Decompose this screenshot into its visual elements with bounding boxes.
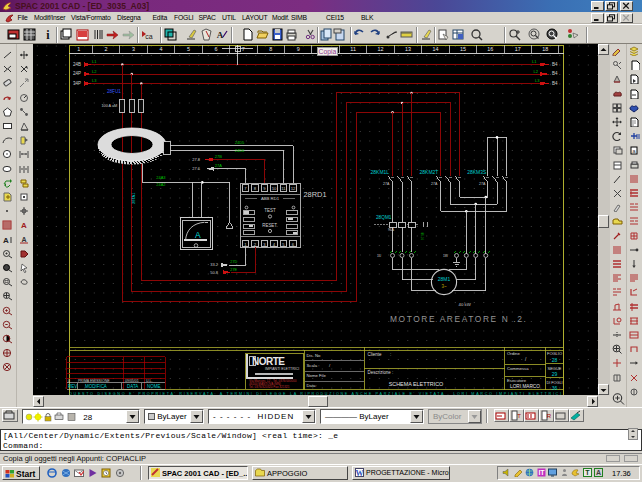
svg-text:L3: L3 <box>92 78 97 83</box>
svg-text:B4: B4 <box>552 81 558 86</box>
svg-text:18: 18 <box>542 46 548 52</box>
svg-text:Ordine: Ordine <box>507 351 520 356</box>
svg-text:Esecutore: Esecutore <box>507 378 527 383</box>
svg-text::: : <box>390 352 391 357</box>
svg-text:96A: 96A <box>388 228 395 232</box>
svg-text:27A: 27A <box>215 163 222 168</box>
svg-text:17: 17 <box>515 46 521 52</box>
svg-text:27A: 27A <box>431 182 438 186</box>
svg-text:13: 13 <box>405 46 411 52</box>
svg-text:14: 14 <box>432 46 438 52</box>
svg-text:11: 11 <box>350 46 356 52</box>
svg-text:A: A <box>596 469 601 476</box>
svg-text:33.2: 33.2 <box>210 262 219 267</box>
svg-text:9: 9 <box>297 46 300 52</box>
svg-text:FOGLIO: FOGLIO <box>547 351 562 356</box>
svg-text:10: 10 <box>272 186 277 191</box>
svg-text:15: 15 <box>460 46 466 52</box>
svg-text:28KM1L: 28KM1L <box>371 170 390 175</box>
svg-text:Descrizione :: Descrizione : <box>368 370 394 375</box>
svg-text:09/05/01: 09/05/01 <box>125 379 139 383</box>
svg-text:MOTORE AREATORE N .2.: MOTORE AREATORE N .2. <box>390 314 527 324</box>
svg-text:16: 16 <box>487 46 493 52</box>
svg-text:7: 7 <box>242 46 245 52</box>
svg-text:B4: B4 <box>552 62 558 67</box>
svg-text:1: 1 <box>77 46 80 52</box>
svg-text:REV.: REV. <box>68 384 78 389</box>
svg-text:12: 12 <box>378 46 384 52</box>
svg-text:W: W <box>356 469 364 478</box>
svg-text:28TA1: 28TA1 <box>131 192 136 204</box>
svg-text:50.8: 50.8 <box>210 270 219 275</box>
svg-text:Nome File: Nome File <box>307 373 327 378</box>
svg-text:B4: B4 <box>552 71 558 76</box>
svg-text:T: T <box>517 413 521 419</box>
svg-text:A: A <box>3 236 9 245</box>
svg-text:Data:: Data: <box>307 383 317 388</box>
svg-text:T: T <box>585 469 590 476</box>
svg-text:0: 0 <box>68 379 70 383</box>
svg-text:DATA: DATA <box>127 384 138 389</box>
svg-text:Commessa: Commessa <box>507 366 529 371</box>
svg-text:28RD1: 28RD1 <box>304 190 327 199</box>
svg-text:L2: L2 <box>534 69 539 74</box>
svg-text:Tel. 0376/320320 Fax 321321: Tel. 0376/320320 Fax 321321 <box>249 385 290 389</box>
svg-text:A: A <box>21 221 27 230</box>
svg-text:ABB RD1: ABB RD1 <box>261 196 280 201</box>
svg-text:A: A <box>195 230 201 240</box>
svg-text:11: 11 <box>281 186 286 191</box>
svg-text:1U: 1U <box>377 254 382 258</box>
svg-text:24B: 24B <box>73 62 81 67</box>
svg-text:ca: ca <box>145 33 153 40</box>
svg-text:36: 36 <box>552 385 558 391</box>
svg-text:L1: L1 <box>532 59 537 64</box>
svg-text:Dis. No: Dis. No <box>307 353 322 358</box>
svg-text:97 98: 97 98 <box>421 232 425 240</box>
svg-text:28KM3S: 28KM3S <box>467 170 487 175</box>
svg-text:Cliente: Cliente <box>368 352 382 357</box>
svg-text:29: 29 <box>552 371 558 377</box>
svg-text:28KM2T: 28KM2T <box>420 170 439 175</box>
svg-text:27B: 27B <box>215 154 222 159</box>
svg-text:24P: 24P <box>73 71 81 76</box>
svg-text:8: 8 <box>269 46 272 52</box>
svg-text:28QM1: 28QM1 <box>376 215 392 220</box>
svg-text:6: 6 <box>214 46 217 52</box>
svg-text:RESET.: RESET. <box>262 223 278 228</box>
svg-text:PRIMA EMISSIONE: PRIMA EMISSIONE <box>78 379 110 383</box>
svg-text:TEST: TEST <box>264 208 276 213</box>
svg-text:40 kW: 40 kW <box>459 302 471 307</box>
svg-text:24A3: 24A3 <box>156 175 166 180</box>
svg-text:28M1: 28M1 <box>438 276 451 282</box>
svg-text:2: 2 <box>105 46 108 52</box>
svg-text:27.6: 27.6 <box>192 166 201 171</box>
svg-text:4: 4 <box>160 46 163 52</box>
svg-text:NOME: NOME <box>147 384 160 389</box>
svg-text:U.L.: U.L. <box>146 379 152 383</box>
svg-text:28FU1: 28FU1 <box>107 89 121 94</box>
svg-text:L3: L3 <box>535 78 540 83</box>
svg-text:27.8: 27.8 <box>192 157 201 162</box>
svg-text:28: 28 <box>552 357 558 363</box>
svg-text:12: 12 <box>291 186 296 191</box>
svg-text:24D6: 24D6 <box>235 148 245 153</box>
svg-text:IT: IT <box>538 469 545 476</box>
svg-text:27A: 27A <box>383 182 390 186</box>
svg-text:IMPIANTI ELETTRICI: IMPIANTI ELETTRICI <box>265 367 299 371</box>
svg-text:34P: 34P <box>73 81 81 86</box>
svg-text:3~: 3~ <box>441 284 447 289</box>
svg-text:27A: 27A <box>479 182 486 186</box>
svg-text:100 A aM: 100 A aM <box>102 104 118 108</box>
svg-text:27E: 27E <box>230 268 237 272</box>
svg-text:R: R <box>547 413 552 419</box>
svg-text:LORI MARCO: LORI MARCO <box>510 384 540 389</box>
svg-text:SCHEMA ELETTRICO: SCHEMA ELETTRICO <box>389 381 444 387</box>
svg-text:i: i <box>46 28 50 41</box>
svg-text:5: 5 <box>187 46 190 52</box>
svg-text:24A2: 24A2 <box>156 182 166 187</box>
svg-text:NORTE: NORTE <box>252 356 285 367</box>
svg-text:L2: L2 <box>92 69 97 74</box>
svg-text:A: A <box>217 30 224 40</box>
svg-text:3: 3 <box>132 46 135 52</box>
svg-text:A: A <box>21 236 26 243</box>
